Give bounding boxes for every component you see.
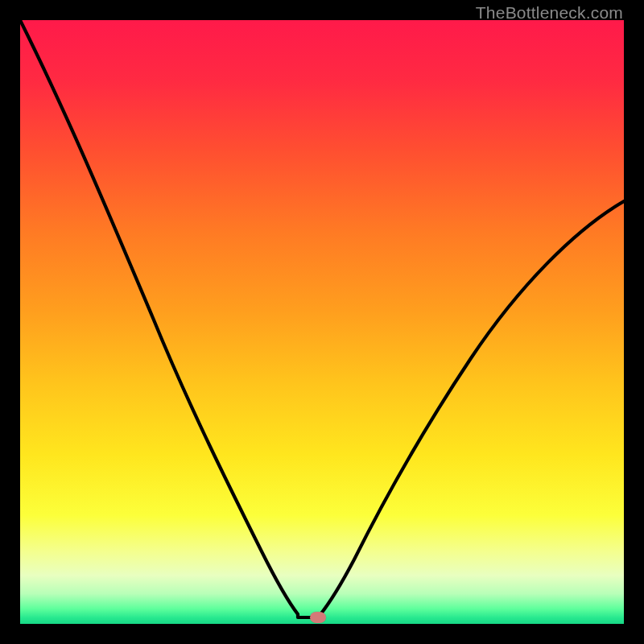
plot-area xyxy=(20,20,624,624)
optimum-marker xyxy=(310,612,326,623)
chart-frame: TheBottleneck.com xyxy=(0,0,644,644)
watermark-text: TheBottleneck.com xyxy=(476,3,623,23)
bottleneck-curve xyxy=(20,20,624,624)
